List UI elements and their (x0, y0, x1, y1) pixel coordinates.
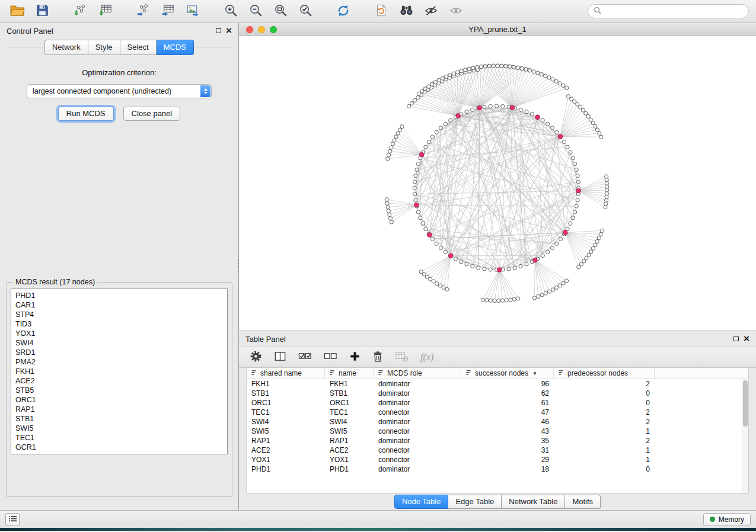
mcds-result-item[interactable]: STB5 (15, 386, 223, 395)
network-node[interactable] (415, 168, 419, 172)
zoom-out-button[interactable] (245, 2, 266, 20)
table-settings-button[interactable] (250, 350, 262, 364)
leaf-node[interactable] (385, 198, 388, 201)
tab-mcds[interactable]: MCDS (157, 40, 194, 55)
mcds-result-item[interactable]: TEC1 (15, 433, 223, 443)
leaf-node[interactable] (605, 188, 609, 192)
leaf-node[interactable] (492, 64, 495, 68)
leaf-node[interactable] (435, 282, 439, 286)
leaf-node[interactable] (582, 259, 586, 263)
leaf-node[interactable] (570, 97, 573, 101)
leaf-node[interactable] (554, 80, 558, 84)
network-node[interactable] (501, 105, 505, 108)
table-row[interactable]: PHD1 PHD1 dominator 18 0 (247, 464, 748, 474)
network-node[interactable] (471, 265, 474, 268)
network-node[interactable] (571, 156, 575, 160)
mcds-result-item[interactable]: TID3 (15, 319, 223, 329)
network-node[interactable] (576, 180, 580, 184)
float-panel-icon[interactable] (216, 28, 221, 33)
leaf-node[interactable] (432, 280, 435, 283)
leaf-node[interactable] (604, 202, 608, 206)
table-row[interactable]: ACE2 ACE2 connector 31 1 (247, 446, 748, 455)
mcds-result-item[interactable]: STB1 (15, 414, 223, 424)
leaf-node[interactable] (598, 132, 601, 136)
leaf-node[interactable] (605, 185, 609, 188)
leaf-node[interactable] (579, 105, 582, 109)
leaf-node[interactable] (427, 85, 430, 88)
leaf-node[interactable] (448, 73, 452, 77)
zoom-selected-button[interactable] (295, 2, 315, 20)
leaf-node[interactable] (544, 75, 547, 78)
hub-node[interactable] (497, 268, 502, 272)
leaf-node[interactable] (589, 118, 592, 121)
mcds-result-item[interactable]: FKH1 (15, 367, 223, 376)
leaf-node[interactable] (536, 71, 540, 75)
leaf-node[interactable] (476, 66, 479, 69)
mcds-result-item[interactable]: STP4 (15, 310, 223, 319)
network-node[interactable] (413, 193, 417, 196)
leaf-node[interactable] (544, 291, 547, 295)
leaf-node[interactable] (584, 111, 588, 115)
table-row[interactable]: FKH1 FKH1 dominator 96 2 (247, 379, 748, 389)
leaf-node[interactable] (410, 102, 413, 105)
import-network-button[interactable] (70, 2, 90, 20)
leaf-node[interactable] (500, 299, 504, 303)
leaf-node[interactable] (594, 243, 597, 247)
network-node[interactable] (566, 227, 569, 231)
network-node[interactable] (573, 162, 576, 166)
leaf-node[interactable] (425, 275, 429, 278)
tab-style[interactable]: Style (88, 40, 120, 55)
mcds-result-item[interactable]: SWI5 (15, 424, 223, 433)
leaf-node[interactable] (391, 142, 394, 146)
mcds-result-item[interactable]: SRD1 (15, 348, 223, 357)
hub-node[interactable] (510, 105, 514, 110)
leaf-node[interactable] (441, 77, 444, 81)
leaf-node[interactable] (509, 298, 512, 302)
save-button[interactable] (32, 2, 52, 20)
leaf-node[interactable] (489, 299, 492, 303)
leaf-node[interactable] (460, 69, 463, 73)
network-node[interactable] (519, 265, 522, 268)
close-panel-icon[interactable]: × (744, 335, 749, 342)
leaf-node[interactable] (464, 68, 467, 72)
network-node[interactable] (444, 123, 447, 126)
leaf-node[interactable] (493, 299, 496, 303)
leaf-node[interactable] (433, 81, 437, 84)
table-row[interactable]: SWI5 SWI5 connector 43 1 (247, 427, 748, 436)
leaf-node[interactable] (479, 65, 483, 69)
network-node[interactable] (519, 108, 522, 112)
column-header-shared-name[interactable]: shared name (247, 368, 325, 379)
network-node[interactable] (507, 267, 511, 271)
clone-network-button[interactable] (371, 2, 391, 20)
network-node[interactable] (559, 238, 562, 241)
leaf-node[interactable] (595, 240, 599, 243)
float-panel-icon[interactable] (733, 336, 739, 341)
leaf-node[interactable] (579, 262, 583, 266)
leaf-node[interactable] (524, 68, 528, 71)
network-node[interactable] (413, 180, 417, 184)
leaf-node[interactable] (585, 257, 588, 260)
hub-node[interactable] (428, 233, 432, 237)
network-node[interactable] (477, 266, 480, 270)
leaf-node[interactable] (576, 102, 579, 106)
network-node[interactable] (489, 268, 492, 271)
leaf-node[interactable] (497, 299, 500, 303)
leaf-node[interactable] (398, 129, 401, 132)
leaf-node[interactable] (483, 65, 487, 68)
leaf-node[interactable] (387, 209, 390, 213)
leaf-node[interactable] (554, 286, 558, 290)
hub-node[interactable] (420, 153, 424, 157)
leaf-node[interactable] (407, 105, 411, 108)
leaf-node[interactable] (562, 84, 565, 88)
leaf-node[interactable] (605, 175, 608, 178)
memory-button[interactable]: Memory (703, 513, 751, 526)
leaf-node[interactable] (452, 72, 455, 76)
hub-node[interactable] (563, 230, 567, 235)
tab-edge-table[interactable]: Edge Table (448, 495, 502, 509)
column-header-predecessor-nodes[interactable]: predecessor nodes (554, 368, 655, 379)
leaf-node[interactable] (601, 229, 604, 233)
network-node[interactable] (427, 140, 430, 144)
refresh-layout-button[interactable] (333, 2, 353, 20)
network-node[interactable] (566, 146, 569, 149)
network-canvas[interactable] (239, 36, 756, 331)
